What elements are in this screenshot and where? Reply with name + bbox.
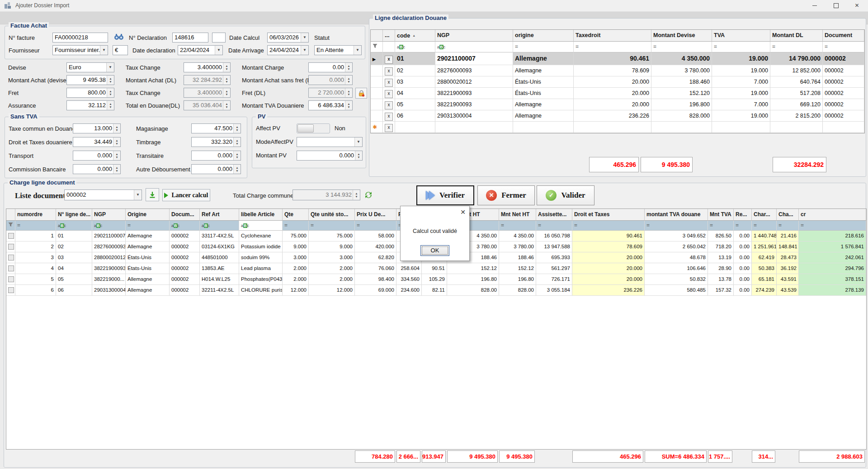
- cell-ligne[interactable]: 05: [56, 274, 92, 285]
- cell-ligne[interactable]: 02: [56, 242, 92, 252]
- column-header-char1[interactable]: Char...: [752, 209, 777, 221]
- filter-cell-rowind[interactable]: [6, 221, 15, 231]
- cell-mnt_tva[interactable]: 718.20: [708, 242, 734, 252]
- cell-origine[interactable]: Allemagne: [513, 65, 574, 76]
- cell-rowind[interactable]: ▶: [371, 52, 383, 65]
- cell-cr[interactable]: 294.796: [799, 263, 866, 274]
- table-row[interactable]: x0538221900093Allemagne20.000196.8007.00…: [371, 99, 864, 110]
- cell-origine[interactable]: États-Unis: [126, 252, 170, 263]
- cell-montant_dl[interactable]: 669.120: [770, 99, 823, 110]
- cell-document[interactable]: [823, 122, 864, 133]
- column-header-char2[interactable]: Cha...: [777, 209, 799, 221]
- cell-code[interactable]: 06: [395, 110, 435, 122]
- chevron-down-icon[interactable]: ▼: [106, 63, 114, 72]
- cell-montant_dl[interactable]: 12 852.000: [770, 65, 823, 76]
- cell-taxedroit[interactable]: 236.226: [574, 110, 651, 122]
- cell-code[interactable]: 04: [395, 88, 435, 99]
- cell-prix_2[interactable]: 334.560: [396, 274, 422, 285]
- cell-origine[interactable]: Allemagne: [126, 231, 170, 242]
- cell-mnt_tva_douane[interactable]: 50.832: [645, 274, 708, 285]
- cell-prix_3[interactable]: 90.51: [422, 263, 447, 274]
- dialog-ok-button[interactable]: OK: [420, 245, 449, 256]
- cell-char2[interactable]: 148.841: [777, 242, 799, 252]
- filter-cell-taxedroit[interactable]: =: [574, 42, 651, 52]
- cell-re[interactable]: 0.00: [734, 274, 752, 285]
- column-header-delete[interactable]: ...: [383, 30, 395, 42]
- export-document-button[interactable]: [146, 188, 159, 201]
- column-header-document[interactable]: Docum...: [170, 209, 200, 221]
- column-header-ngp[interactable]: NGP: [435, 30, 513, 42]
- cell-code[interactable]: [395, 122, 435, 133]
- statut-select[interactable]: En Attente▼: [314, 45, 362, 55]
- cell-char2[interactable]: 36.192: [777, 263, 799, 274]
- minimize-button[interactable]: [804, 0, 825, 11]
- montant-achat-devise-input[interactable]: 9 495.38▲▼: [66, 75, 114, 85]
- filter-cell-prix_u_de[interactable]: =: [355, 221, 396, 231]
- cell-libelle[interactable]: Lead plasma: [239, 263, 283, 274]
- cell-mnt_net[interactable]: 828.00: [499, 285, 536, 296]
- delete-row-button[interactable]: x: [385, 56, 393, 64]
- filter-cell-assisette[interactable]: =: [536, 221, 572, 231]
- cell-re[interactable]: 0.00: [734, 231, 752, 242]
- cell-montant_devise[interactable]: 152.120: [651, 88, 712, 99]
- taxe-commun-input[interactable]: 13.000▲▼: [73, 123, 121, 133]
- table-row[interactable]: ✱x: [371, 122, 864, 133]
- cell-prix_3[interactable]: 105.29: [422, 274, 447, 285]
- cell-ngp[interactable]: [435, 122, 513, 133]
- row-expand-box[interactable]: [8, 287, 14, 293]
- spinner-arrows[interactable]: ▲▼: [107, 76, 114, 85]
- cell-ligne[interactable]: 01: [56, 231, 92, 242]
- cell-document[interactable]: 000002: [170, 252, 200, 263]
- cell-origine[interactable]: [513, 122, 574, 133]
- cell-rowind[interactable]: [6, 231, 15, 242]
- column-header-rowind[interactable]: [371, 30, 383, 42]
- cell-ngp[interactable]: 29021100007: [92, 231, 126, 242]
- column-header-ngp[interactable]: NGP: [92, 209, 126, 221]
- cell-re[interactable]: 0.00: [734, 263, 752, 274]
- cell-ref_art[interactable]: 33117-4X2.5L: [200, 231, 239, 242]
- column-header-prix_u_de[interactable]: Prix U De...: [355, 209, 396, 221]
- column-header-mnt_net[interactable]: Mnt Net HT: [499, 209, 536, 221]
- cell-rowind[interactable]: [6, 285, 15, 296]
- filter-cell-qte[interactable]: =: [283, 221, 309, 231]
- liste-document-select[interactable]: 000002▼: [64, 189, 142, 200]
- cell-ref_art[interactable]: H014.W.L25: [200, 274, 239, 285]
- cell-re[interactable]: 0.00: [734, 252, 752, 263]
- cell-ngp[interactable]: 29021100007: [435, 52, 513, 65]
- cell-char1[interactable]: 274.239: [752, 285, 777, 296]
- cell-assisette[interactable]: 3 055.184: [536, 285, 572, 296]
- filter-cell-ligne[interactable]: aBc: [56, 221, 92, 231]
- cell-char1[interactable]: 65.181: [752, 274, 777, 285]
- transitaire-input[interactable]: 0.000▲▼: [191, 151, 241, 161]
- cell-cr[interactable]: 218.616: [799, 231, 866, 242]
- cell-montant_dl[interactable]: 14 790.000: [770, 52, 823, 65]
- cell-taxedroit[interactable]: 90.461: [574, 52, 651, 65]
- chevron-down-icon[interactable]: ▼: [354, 137, 362, 147]
- cell-qte[interactable]: 2.000: [283, 263, 309, 274]
- table-row[interactable]: x0629031300004Allemagne236.226828.00019.…: [371, 110, 864, 122]
- spinner-arrows[interactable]: ▲▼: [345, 101, 352, 110]
- cell-tva[interactable]: 19.000: [712, 110, 770, 122]
- cell-char2[interactable]: 28.473: [777, 252, 799, 263]
- cell-origine[interactable]: Allemagne: [513, 99, 574, 110]
- fournisseur-select[interactable]: Fournisseur inter...▼: [52, 45, 108, 55]
- cell-rowind[interactable]: [371, 88, 383, 99]
- montant-charge-input[interactable]: 0.00▲▼: [308, 62, 353, 72]
- cell-code[interactable]: 02: [395, 65, 435, 76]
- column-header-qte_unite[interactable]: Qte unité sto...: [309, 209, 355, 221]
- cell-tva[interactable]: 19.000: [712, 65, 770, 76]
- filter-cell-montant_devise[interactable]: =: [651, 42, 712, 52]
- cell-taxedroit[interactable]: 78.609: [574, 65, 651, 76]
- cell-mnt_net[interactable]: 3 780.00: [499, 242, 536, 252]
- filter-cell-libelle[interactable]: aBc: [239, 221, 283, 231]
- cell-char2[interactable]: 43.591: [777, 274, 799, 285]
- cell-ref_art[interactable]: 32211-4X2.5L: [200, 285, 239, 296]
- date-declaration-picker[interactable]: 22/04/2024▼: [178, 45, 223, 55]
- cell-droit_taxes[interactable]: 78.609: [572, 242, 645, 252]
- table-row[interactable]: 505382219000...Allemagne000002H014.W.L25…: [6, 274, 866, 285]
- cell-qte[interactable]: 2.000: [283, 274, 309, 285]
- filter-cell-char2[interactable]: =: [777, 221, 799, 231]
- autre-deboursement-input[interactable]: 0.000▲▼: [191, 164, 241, 174]
- lock-icon-button[interactable]: [355, 88, 367, 99]
- cell-montant_devise[interactable]: 828.000: [651, 110, 712, 122]
